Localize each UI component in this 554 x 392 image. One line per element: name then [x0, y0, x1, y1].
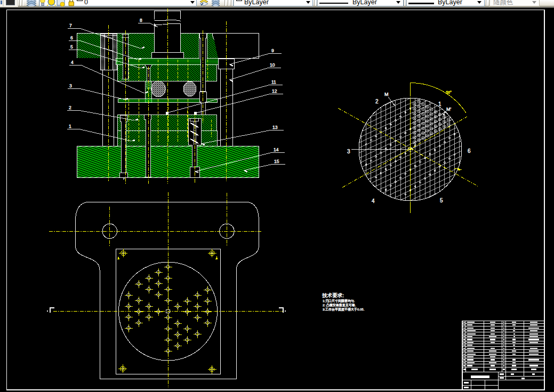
svg-text:M': M' [446, 107, 451, 112]
svg-text:6: 6 [70, 35, 73, 40]
svg-text:4: 4 [372, 198, 375, 204]
svg-text:13: 13 [272, 125, 278, 130]
svg-text:3:工作台平面度不得大于0.05.: 3:工作台平面度不得大于0.05. [323, 307, 365, 312]
svg-text:15: 15 [274, 159, 279, 164]
svg-text:技术要求:: 技术要求: [322, 292, 344, 298]
svg-text:5: 5 [440, 198, 443, 203]
svg-text:2: 凸模安装垂直且可靠.: 2: 凸模安装垂直且可靠. [323, 303, 356, 307]
svg-text:6: 6 [468, 148, 471, 154]
svg-text:1: 1 [69, 124, 71, 129]
svg-text:7: 7 [69, 23, 72, 28]
svg-text:5: 5 [70, 44, 73, 50]
svg-text:1:刃口尺寸间隙要均匀.: 1:刃口尺寸间隙要均匀. [323, 299, 355, 303]
svg-text:3: 3 [347, 149, 350, 154]
svg-text:1: 1 [438, 101, 441, 107]
svg-text:12: 12 [272, 88, 277, 94]
svg-text:2: 2 [375, 99, 379, 104]
svg-text:M: M [384, 92, 389, 97]
svg-text:4: 4 [71, 60, 74, 65]
svg-text:56°: 56° [446, 91, 452, 94]
svg-text:14: 14 [274, 147, 279, 152]
svg-text:11: 11 [271, 79, 276, 85]
svg-text:9: 9 [271, 48, 274, 53]
svg-text:3: 3 [69, 83, 72, 88]
svg-text:2: 2 [69, 105, 71, 110]
svg-text:10: 10 [270, 62, 275, 68]
svg-text:8: 8 [140, 18, 142, 23]
